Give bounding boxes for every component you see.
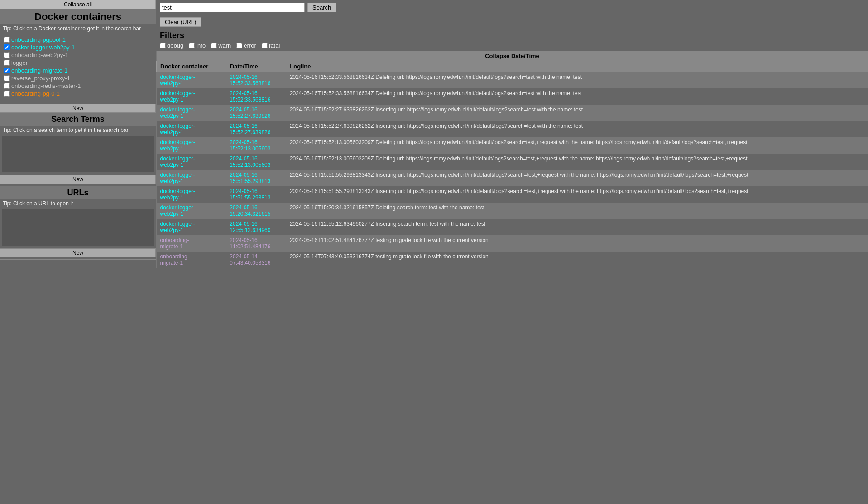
container-item[interactable]: onboarding-pgpool-1 [4, 36, 152, 43]
filter-label-error: error [244, 42, 256, 49]
log-datetime-cell[interactable]: 2024-05-1615:52:27.639826 [226, 105, 286, 121]
table-row: docker-logger-web2py-12024-05-1615:52:13… [157, 137, 868, 154]
log-container-cell[interactable]: docker-logger-web2py-1 [157, 105, 226, 121]
filter-item-warn: warn [211, 42, 231, 49]
log-logline-cell: 2024-05-16T15:52:33.568816634Z Deleting … [286, 88, 868, 105]
log-container-cell[interactable]: docker-logger-web2py-1 [157, 219, 226, 235]
docker-containers-title: Docker containers [0, 9, 156, 24]
container-checkbox[interactable] [4, 68, 10, 73]
container-checkbox[interactable] [4, 91, 10, 97]
col-header-container: Docker container [157, 61, 226, 72]
log-logline-cell: 2024-05-16T15:20:34.321615857Z Deleting … [286, 203, 868, 219]
container-link[interactable]: logger [11, 59, 28, 66]
container-checkbox[interactable] [4, 52, 10, 58]
log-datetime-cell[interactable]: 2024-05-1615:51:55.293813 [226, 186, 286, 203]
collapse-all-button[interactable]: Collapse all [0, 0, 156, 9]
container-item[interactable]: onboarding-redis-master-1 [4, 82, 152, 89]
log-datetime-cell[interactable]: 2024-05-1615:52:33.568816 [226, 72, 286, 89]
search-button[interactable]: Search [307, 3, 336, 12]
log-container-cell[interactable]: docker-logger-web2py-1 [157, 88, 226, 105]
table-header-row: Docker container Date/Time Logline [157, 61, 868, 72]
urls-title: URLs [0, 186, 156, 199]
container-item[interactable]: onboarding-pg-0-1 [4, 90, 152, 97]
container-link[interactable]: onboarding-redis-master-1 [11, 82, 81, 89]
container-link[interactable]: onboarding-migrate-1 [11, 67, 67, 74]
log-datetime-cell[interactable]: 2024-05-1407:43:40.053316 [226, 252, 286, 268]
log-datetime-cell[interactable]: 2024-05-1611:02:51.484176 [226, 235, 286, 252]
search-terms-area [2, 136, 154, 172]
search-terms-title: Search Terms [0, 113, 156, 126]
log-container-cell[interactable]: docker-logger-web2py-1 [157, 186, 226, 203]
new-search-term-btn2[interactable]: New [0, 175, 156, 184]
container-item[interactable]: logger [4, 59, 152, 66]
log-table-container: Collapse Date/Time Docker container Date… [156, 51, 868, 504]
log-container-cell[interactable]: docker-logger-web2py-1 [157, 121, 226, 137]
container-item[interactable]: onboarding-web2py-1 [4, 52, 152, 58]
log-container-cell[interactable]: docker-logger-web2py-1 [157, 137, 226, 154]
new-search-term-button[interactable]: New [0, 104, 156, 113]
container-link[interactable]: onboarding-web2py-1 [11, 52, 68, 58]
container-item[interactable]: onboarding-migrate-1 [4, 67, 152, 74]
filter-checkbox-fatal[interactable] [262, 43, 268, 48]
table-row: docker-logger-web2py-12024-05-1615:51:55… [157, 170, 868, 186]
urls-area [2, 209, 154, 246]
filter-item-debug: debug [160, 42, 183, 49]
search-input[interactable] [160, 3, 305, 12]
table-row: docker-logger-web2py-12024-05-1612:55:12… [157, 219, 868, 235]
filters-title: Filters [160, 31, 864, 40]
filter-item-fatal: fatal [262, 42, 280, 49]
container-checkbox[interactable] [4, 83, 10, 89]
clear-url-button[interactable]: Clear (URL) [160, 17, 201, 27]
search-terms-tip: Tip: Click on a search term to get it in… [0, 126, 156, 135]
filter-checkboxes: debuginfowarnerrorfatal [160, 42, 864, 49]
container-checkbox[interactable] [4, 60, 10, 66]
container-link[interactable]: docker-logger-web2py-1 [11, 44, 75, 51]
log-container-cell[interactable]: docker-logger-web2py-1 [157, 72, 226, 89]
urls-tip: Tip: Click on a URL to open it [0, 199, 156, 208]
main-content: Search Clear (URL) Filters debuginfowarn… [156, 0, 868, 504]
log-container-cell[interactable]: onboarding-migrate-1 [157, 252, 226, 268]
table-row: docker-logger-web2py-12024-05-1615:51:55… [157, 186, 868, 203]
collapse-datetime-row[interactable]: Collapse Date/Time [157, 51, 868, 61]
log-datetime-cell[interactable]: 2024-05-1615:52:27.639826 [226, 121, 286, 137]
container-checkbox[interactable] [4, 37, 10, 43]
table-row: docker-logger-web2py-12024-05-1615:52:27… [157, 121, 868, 137]
container-checkbox[interactable] [4, 44, 10, 50]
filter-label-fatal: fatal [269, 42, 280, 49]
filter-checkbox-error[interactable] [236, 43, 242, 48]
container-link[interactable]: onboarding-pg-0-1 [11, 90, 60, 97]
container-checkbox[interactable] [4, 75, 10, 81]
log-container-cell[interactable]: docker-logger-web2py-1 [157, 170, 226, 186]
log-logline-cell: 2024-05-16T15:52:27.639826262Z Inserting… [286, 105, 868, 121]
table-row: docker-logger-web2py-12024-05-1615:52:33… [157, 72, 868, 89]
table-row: docker-logger-web2py-12024-05-1615:52:33… [157, 88, 868, 105]
col-header-logline: Logline [286, 61, 868, 72]
container-item[interactable]: reverse_proxy-proxy-1 [4, 75, 152, 82]
log-container-cell[interactable]: onboarding-migrate-1 [157, 235, 226, 252]
log-datetime-cell[interactable]: 2024-05-1615:52:13.005603 [226, 154, 286, 170]
filter-checkbox-info[interactable] [189, 43, 195, 48]
container-link[interactable]: reverse_proxy-proxy-1 [11, 75, 70, 82]
log-datetime-cell[interactable]: 2024-05-1615:20:34.321615 [226, 203, 286, 219]
log-logline-cell: 2024-05-16T12:55:12.634960277Z Inserting… [286, 219, 868, 235]
docker-containers-section: Collapse all Docker containers Tip: Clic… [0, 0, 156, 102]
filter-item-error: error [236, 42, 256, 49]
container-item[interactable]: docker-logger-web2py-1 [4, 44, 152, 51]
container-link[interactable]: onboarding-pgpool-1 [11, 36, 66, 43]
sidebar: Collapse all Docker containers Tip: Clic… [0, 0, 156, 504]
docker-containers-tip: Tip: Click on a Docker container to get … [0, 24, 156, 34]
table-row: onboarding-migrate-12024-05-1611:02:51.4… [157, 235, 868, 252]
new-url-button[interactable]: New [0, 248, 156, 257]
filter-item-info: info [189, 42, 206, 49]
log-datetime-cell[interactable]: 2024-05-1612:55:12.634960 [226, 219, 286, 235]
log-datetime-cell[interactable]: 2024-05-1615:52:13.005603 [226, 137, 286, 154]
urls-section: URLs Tip: Click on a URL to open it New [0, 186, 156, 260]
filter-label-warn: warn [218, 42, 231, 49]
log-container-cell[interactable]: docker-logger-web2py-1 [157, 154, 226, 170]
filter-checkbox-warn[interactable] [211, 43, 217, 48]
filter-checkbox-debug[interactable] [160, 43, 166, 48]
log-datetime-cell[interactable]: 2024-05-1615:51:55.293813 [226, 170, 286, 186]
log-datetime-cell[interactable]: 2024-05-1615:52:33.568816 [226, 88, 286, 105]
log-container-cell[interactable]: docker-logger-web2py-1 [157, 203, 226, 219]
collapse-datetime-label[interactable]: Collapse Date/Time [157, 51, 868, 61]
